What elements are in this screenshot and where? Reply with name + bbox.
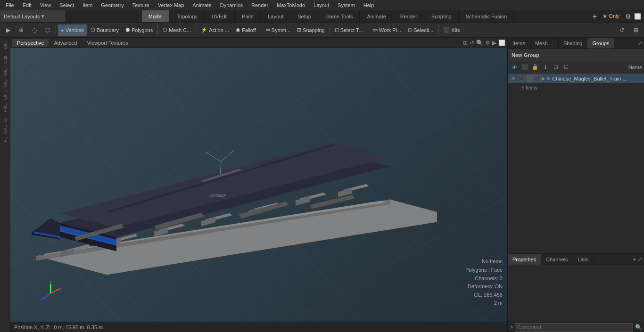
viewport-grid-icon[interactable]: ⊞ [630,24,642,36]
viewport-play-icon[interactable]: ▶ [492,40,496,46]
select-tool-icon[interactable]: ▶ [2,24,14,36]
menu-maxtomodo[interactable]: MaxToModo [273,1,309,9]
groups-expand-icon[interactable]: ⤢ [637,40,642,47]
sidebar-item-dup[interactable]: Dup... [2,51,8,65]
gt-check1-btn[interactable]: ☐ [551,63,561,72]
sidebar-item-de[interactable]: De... [2,40,8,50]
tab-render[interactable]: Render [394,10,424,22]
scale-tool-icon[interactable]: ⬡ [41,24,54,36]
layout-settings-button[interactable]: ⚙ [625,13,631,20]
menu-render[interactable]: Render [248,1,272,9]
tab-topology[interactable]: Topology [170,10,205,22]
menu-select[interactable]: Select [56,1,78,9]
menu-edit[interactable]: Edit [19,1,35,9]
render-icon[interactable]: ⬛ [518,75,526,82]
menu-help[interactable]: Help [360,1,378,9]
menu-vertex-map[interactable]: Vertex Map [154,1,188,9]
viewport-header: Perspective Advanced Viewport Textures ⊞… [10,38,507,48]
polygons-btn[interactable]: ⬢ Polygons [123,24,156,36]
sidebar-item-f[interactable]: F... [2,136,8,143]
menu-system[interactable]: System [334,1,359,9]
mesh-c-btn[interactable]: ⬡ Mesh C... [160,24,194,36]
select-t-btn[interactable]: ◻ Select T... [332,24,366,36]
groups-tab-groups[interactable]: Groups [587,38,614,49]
tab-game-tools[interactable]: Game Tools [319,10,360,22]
falloff-btn[interactable]: ◉ Falloff [233,24,259,36]
prop-expand-button[interactable]: ⤢ [637,256,642,263]
gt-check2-btn[interactable]: ☐ [561,63,571,72]
work-pl-btn[interactable]: ▭ Work Pl... [370,24,404,36]
command-input[interactable] [515,323,633,332]
tab-animate[interactable]: Animate [360,10,393,22]
viewport-tab-advanced[interactable]: Advanced [49,39,82,47]
groups-tab-items[interactable]: Items [508,38,530,49]
prop-controls: + ⤢ [631,256,644,263]
prop-add-button[interactable]: + [633,256,636,263]
tab-schematic-fusion[interactable]: Schematic Fusion [459,10,514,22]
tab-lists[interactable]: Lists [573,254,594,265]
rotate-tool-icon[interactable]: ◌ [28,24,41,36]
sidebar-item-me[interactable]: Me... [2,65,8,77]
mode-tabs: Model Topology UVEdit Paint Layout Setup… [66,10,590,22]
viewport-tab-perspective[interactable]: Perspective [12,39,49,47]
svg-line-41 [206,152,221,162]
menu-view[interactable]: View [36,1,55,9]
tab-paint[interactable]: Paint [235,10,261,22]
sidebar-item-uv[interactable]: UV... [2,124,8,135]
sidebar-item-c[interactable]: C... [2,114,8,123]
menu-file[interactable]: File [2,1,18,9]
gt-render-btn[interactable]: ⬛ [520,63,529,72]
tab-channels[interactable]: Channels [541,254,573,265]
menu-layout[interactable]: Layout [310,1,333,9]
vertices-btn[interactable]: ● Vertices [58,24,87,36]
viewport-settings-icon[interactable]: ⚙ [485,40,490,46]
groups-tab-mesh[interactable]: Mesh ... [530,38,559,49]
gt-info-btn[interactable]: ℹ [541,63,550,72]
sidebar-item-ve[interactable]: Ve... [2,78,8,88]
group-item-count: 9 Items [508,84,644,92]
gt-lock-btn[interactable]: 🔒 [530,63,540,72]
viewport[interactable]: CR400BF X Y Z [10,48,507,322]
menu-item[interactable]: Item [79,1,96,9]
viewport-tab-textures[interactable]: Viewport Textures [82,39,132,47]
viewport-expand-icon[interactable]: ⊞ [463,40,468,46]
boundary-btn[interactable]: ⬡ Boundary [88,24,122,36]
star-only-button[interactable]: ★ Only [600,12,622,20]
tab-uvedit[interactable]: UVEdit [205,10,235,22]
check2[interactable] [534,75,541,82]
tab-layout[interactable]: Layout [261,10,290,22]
visibility-icon[interactable]: 👁 [510,75,517,82]
layouts-dropdown[interactable]: Default Layouts ▾ [0,10,66,22]
group-list-empty [508,92,644,139]
falloff-label: Falloff [242,27,256,33]
sidebar-item-pol[interactable]: Pol... [2,102,8,113]
group-row[interactable]: 👁 ⬛ ▶ ⊕ Chinese_Maglev_Bullet_Train ... [508,73,644,84]
tab-scripting[interactable]: Scripting [425,10,459,22]
sidebar-item-em[interactable]: Em... [2,89,8,101]
symm-btn[interactable]: ⇔ Symm... [263,24,293,36]
gt-eye-btn[interactable]: 👁 [510,63,519,72]
viewport-maximize-icon[interactable]: ⬜ [498,40,505,46]
expand-icon[interactable]: ▶ [542,76,545,81]
selecti-btn[interactable]: ◻ Selecti... [405,24,436,36]
add-layout-button[interactable]: + [593,12,597,21]
action-btn[interactable]: ⚡ Action ... [198,24,232,36]
maximize-button[interactable]: ⬜ [634,13,641,20]
viewport-rotate-icon[interactable]: ↺ [616,24,628,36]
kits-btn[interactable]: ⬛ Kits [440,24,462,36]
viewport-zoom-icon[interactable]: 🔍 [476,40,483,46]
menu-dynamics[interactable]: Dynamics [216,1,247,9]
move-tool-icon[interactable]: ⊕ [15,24,27,36]
snapping-btn[interactable]: ⊞ Snapping [294,24,328,36]
tab-properties[interactable]: Properties [508,254,541,265]
menu-animate[interactable]: Animate [189,1,215,9]
tab-model[interactable]: Model [142,10,170,22]
distance-info: 2 m [465,299,503,308]
viewport-reset-icon[interactable]: ↺ [470,40,474,46]
command-search-icon[interactable]: 🔍 [635,324,642,331]
groups-tab-shading[interactable]: Shading [559,38,587,49]
menu-geometry[interactable]: Geometry [97,1,127,9]
menu-texture[interactable]: Texture [129,1,153,9]
tab-setup[interactable]: Setup [291,10,318,22]
check1[interactable] [527,75,533,82]
